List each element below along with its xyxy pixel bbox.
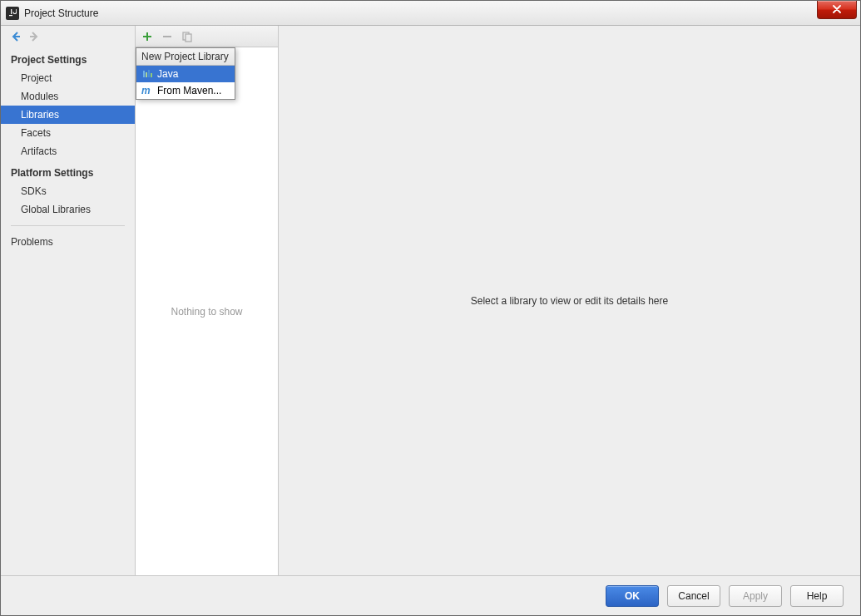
sidebar-item-libraries[interactable]: Libraries [1,106,135,124]
sidebar-item-sdks[interactable]: SDKs [1,182,135,200]
close-icon [832,5,842,13]
library-list-pane: New Project Library Java m From Maven... [136,26,279,575]
minus-icon [161,31,173,42]
library-list-body: Nothing to show [136,47,278,575]
section-platform-settings: Platform Settings [1,160,135,182]
svg-text:m: m [141,85,151,96]
dialog-footer: OK Cancel Apply Help [1,575,860,615]
apply-button[interactable]: Apply [729,585,782,607]
nav-back-button[interactable] [9,30,22,43]
empty-list-text: Nothing to show [171,306,242,318]
window-title: Project Structure [24,7,98,19]
svg-rect-8 [151,73,152,77]
new-library-popup: New Project Library Java m From Maven... [136,47,235,100]
add-library-button[interactable] [141,30,154,43]
copy-library-button[interactable] [181,30,194,43]
popup-item-java[interactable]: Java [136,66,235,82]
nav-bar [1,26,135,47]
cancel-button[interactable]: Cancel [667,585,720,607]
help-button[interactable]: Help [790,585,844,607]
app-icon: IJ [6,7,19,20]
maven-icon: m [141,85,153,96]
svg-text:IJ: IJ [10,9,17,17]
settings-sidebar: Project Settings Project Modules Librari… [1,26,136,575]
detail-placeholder: Select a library to view or edit its det… [471,295,668,307]
sidebar-item-facets[interactable]: Facets [1,124,135,142]
plus-icon [141,31,153,42]
arrow-left-icon [11,32,21,42]
sidebar-item-project[interactable]: Project [1,69,135,87]
nav-forward-button[interactable] [27,30,41,43]
svg-rect-5 [143,71,145,77]
popup-title: New Project Library [136,48,235,66]
remove-library-button[interactable] [161,30,174,43]
ok-button[interactable]: OK [606,585,659,607]
titlebar[interactable]: IJ Project Structure [1,1,860,26]
sidebar-item-artifacts[interactable]: Artifacts [1,142,135,160]
popup-item-label: From Maven... [157,85,221,96]
sidebar-divider [11,225,125,226]
project-structure-window: IJ Project Structure Project [0,0,861,616]
sidebar-item-global-libraries[interactable]: Global Libraries [1,200,135,219]
sidebar-item-problems[interactable]: Problems [1,233,135,251]
copy-icon [181,31,193,42]
arrow-right-icon [29,32,39,42]
library-toolbar [136,26,278,47]
java-library-icon [141,68,153,80]
sidebar-item-modules[interactable]: Modules [1,87,135,106]
section-project-settings: Project Settings [1,47,135,69]
popup-item-label: Java [157,68,178,80]
close-button[interactable] [817,1,857,19]
library-detail-pane: Select a library to view or edit its det… [279,26,860,575]
svg-rect-4 [186,34,191,42]
svg-rect-6 [146,72,147,77]
popup-item-maven[interactable]: m From Maven... [136,82,235,99]
svg-rect-7 [148,70,150,77]
